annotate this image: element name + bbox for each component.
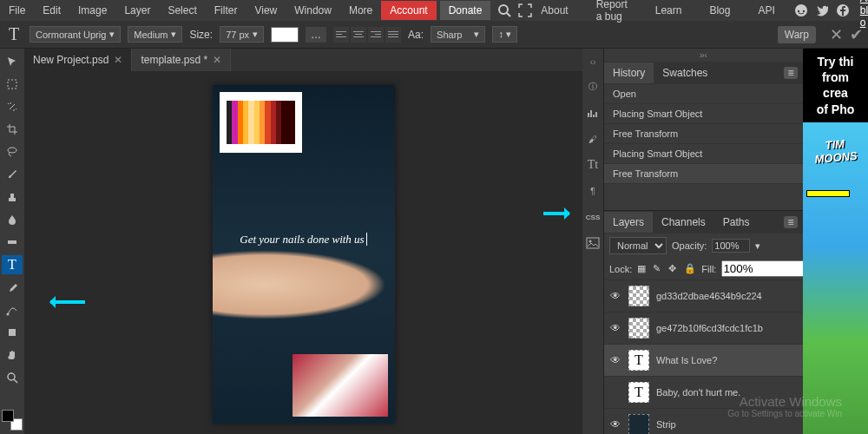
layer-row[interactable]: T Baby, don't hurt me. (604, 377, 803, 409)
shape-tool[interactable] (2, 323, 23, 342)
history-item[interactable]: Placing Smart Object (604, 104, 803, 124)
font-family-dropdown[interactable]: Cormorant Uprig ▾ (30, 26, 121, 43)
history-item[interactable]: Free Transform (604, 124, 803, 144)
paths-tab[interactable]: Paths (714, 212, 759, 233)
close-icon[interactable]: ✕ (213, 54, 221, 66)
lasso-tool[interactable] (2, 142, 23, 161)
foreground-color-swatch[interactable] (2, 410, 14, 422)
history-item[interactable]: Open (604, 84, 803, 104)
path-tool[interactable] (2, 300, 23, 319)
twitter-icon[interactable] (815, 3, 829, 17)
magic-wand-tool[interactable] (2, 97, 23, 116)
menu-more[interactable]: More (340, 1, 381, 20)
antialias-dropdown[interactable]: Sharp ▾ (431, 26, 485, 43)
layer-row[interactable]: 👁 T What Is Love? (604, 345, 803, 377)
lock-all-icon[interactable]: 🔒 (684, 263, 696, 275)
panel-menu-icon[interactable]: ≡ (784, 67, 798, 79)
lock-brush-icon[interactable]: ✎ (653, 263, 665, 275)
layer-row[interactable]: 👁 ge472b10f6cd3fcdc1fc1b (604, 312, 803, 345)
visibility-icon[interactable]: 👁 (609, 290, 621, 302)
marquee-tool[interactable] (2, 75, 23, 94)
text-direction-dropdown[interactable]: ↕ ▾ (492, 26, 517, 43)
info-panel-icon[interactable]: ⓘ (585, 79, 601, 95)
swatches-tab[interactable]: Swatches (654, 62, 716, 83)
ad-game-image[interactable]: TIM MOONS (803, 122, 868, 434)
layer-row[interactable]: 👁 Strip (604, 409, 803, 434)
opacity-input[interactable] (712, 239, 750, 253)
align-left-button[interactable] (333, 27, 349, 43)
layer-name[interactable]: Strip (656, 419, 676, 430)
panels-collapse-icon[interactable]: »‹ (604, 49, 803, 62)
layer-name[interactable]: gd33d2dbae4634b9c224 (656, 291, 762, 301)
donate-button[interactable]: Donate (440, 1, 491, 20)
doc-tab-0[interactable]: New Project.psd ✕ (24, 49, 132, 71)
api-link[interactable]: API (749, 1, 783, 20)
character-panel-icon[interactable]: Tt (585, 157, 601, 173)
ad-blocking-link[interactable]: Ad blocking o (860, 0, 868, 29)
learn-link[interactable]: Learn (647, 1, 691, 20)
canvas-text-layer[interactable]: Get your nails done with us (213, 233, 395, 247)
eyedropper-tool[interactable] (2, 278, 23, 297)
fullscreen-icon[interactable] (518, 3, 532, 17)
about-link[interactable]: About (532, 1, 576, 20)
menu-window[interactable]: Window (286, 1, 340, 20)
hand-tool[interactable] (2, 345, 23, 365)
color-pickers[interactable] (2, 410, 23, 431)
menu-image[interactable]: Image (69, 1, 115, 20)
layers-tab[interactable]: Layers (604, 212, 653, 233)
blog-link[interactable]: Blog (700, 1, 739, 20)
crop-tool[interactable] (2, 120, 23, 139)
css-panel-icon[interactable]: CSS (585, 209, 601, 225)
menu-view[interactable]: View (246, 1, 286, 20)
panel-menu-icon[interactable]: ≡ (784, 216, 798, 228)
histogram-panel-icon[interactable] (585, 105, 601, 121)
report-bug-link[interactable]: Report a bug (588, 0, 636, 26)
blend-mode-dropdown[interactable]: Normal (609, 237, 667, 254)
history-item[interactable]: Free Transform (604, 164, 803, 184)
collapse-handle-icon[interactable]: ‹› (589, 56, 598, 69)
visibility-icon[interactable]: 👁 (609, 322, 621, 334)
font-weight-dropdown[interactable]: Medium ▾ (128, 26, 182, 43)
brush-tool[interactable] (2, 165, 23, 184)
search-icon[interactable] (497, 3, 511, 17)
doc-tab-1[interactable]: template.psd * ✕ (132, 49, 231, 71)
menu-select[interactable]: Select (159, 1, 205, 20)
account-button[interactable]: Account (381, 1, 436, 20)
canvas-viewport[interactable]: Get your nails done with us (24, 71, 582, 434)
align-right-button[interactable] (368, 27, 384, 43)
visibility-icon[interactable]: 👁 (609, 418, 621, 431)
type-tool[interactable]: T (2, 255, 23, 274)
paragraph-panel-icon[interactable]: ¶ (585, 183, 601, 199)
move-tool[interactable] (2, 52, 23, 71)
facebook-icon[interactable] (836, 3, 850, 17)
text-color-swatch[interactable] (271, 27, 299, 43)
layer-name[interactable]: ge472b10f6cd3fcdc1fc1b (656, 323, 763, 333)
brush-panel-icon[interactable]: 🖌 (585, 131, 601, 147)
close-icon[interactable]: ✕ (114, 54, 122, 66)
clone-stamp-tool[interactable] (2, 187, 23, 207)
layer-row[interactable]: 👁 gd33d2dbae4634b9c224 (604, 280, 803, 312)
lock-transparency-icon[interactable]: ▦ (637, 263, 649, 275)
channels-tab[interactable]: Channels (653, 212, 714, 233)
image-panel-icon[interactable] (585, 235, 601, 251)
menu-file[interactable]: File (0, 1, 34, 20)
align-justify-button[interactable] (385, 27, 401, 43)
canvas-document[interactable]: Get your nails done with us (213, 85, 395, 424)
reddit-icon[interactable] (794, 3, 808, 17)
align-center-button[interactable] (351, 27, 366, 43)
zoom-tool[interactable] (2, 368, 23, 387)
layer-name[interactable]: Baby, don't hurt me. (656, 387, 740, 398)
menu-edit[interactable]: Edit (34, 1, 69, 20)
visibility-icon[interactable]: 👁 (609, 354, 621, 366)
lock-move-icon[interactable]: ✥ (668, 263, 681, 275)
history-item[interactable]: Placing Smart Object (604, 144, 803, 164)
menu-filter[interactable]: Filter (206, 1, 247, 20)
menu-layer[interactable]: Layer (115, 1, 159, 20)
font-size-dropdown[interactable]: 77 px ▾ (220, 26, 264, 43)
gradient-tool[interactable] (2, 233, 23, 252)
chevron-down-icon[interactable]: ▾ (755, 240, 760, 252)
history-tab[interactable]: History (604, 62, 654, 83)
more-options-button[interactable]: … (306, 27, 326, 43)
layer-name[interactable]: What Is Love? (656, 355, 717, 365)
blur-tool[interactable] (2, 210, 23, 229)
